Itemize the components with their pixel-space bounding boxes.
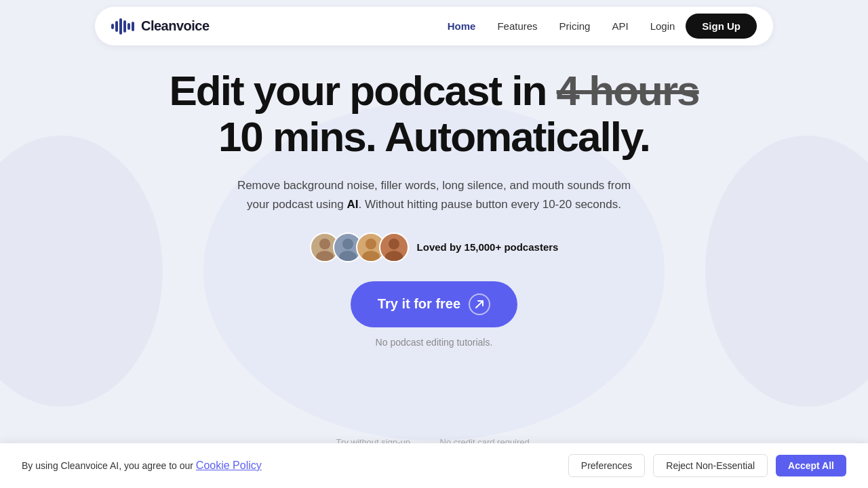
cookie-banner: By using Cleanvoice AI, you agree to our…	[0, 443, 868, 488]
cta-arrow-icon	[469, 293, 490, 315]
hero-section: Edit your podcast in 4 hours 10 mins. Au…	[0, 68, 868, 348]
svg-rect-2	[119, 18, 122, 35]
nav-actions: Login Sign Up	[650, 14, 757, 39]
hero-title-line2: 10 mins. Automatically.	[218, 113, 650, 160]
logo-text: Cleanvoice	[141, 18, 210, 34]
hero-ai-label: AI	[347, 198, 358, 211]
svg-rect-4	[127, 23, 130, 30]
hero-subtitle: Remove background noise, filler words, l…	[231, 176, 637, 213]
nav-features[interactable]: Features	[497, 20, 537, 32]
signup-button[interactable]: Sign Up	[686, 14, 757, 39]
nav-home[interactable]: Home	[448, 20, 476, 32]
social-proof-text: Loved by 15,000+ podcasters	[417, 241, 559, 253]
svg-point-9	[339, 251, 357, 261]
avatar-group	[310, 232, 409, 262]
social-proof: Loved by 15,000+ podcasters	[310, 232, 559, 262]
cta-label: Try it for free	[378, 296, 460, 312]
cookie-policy-link[interactable]: Cookie Policy	[196, 460, 262, 471]
logo: Cleanvoice	[111, 17, 210, 36]
login-button[interactable]: Login	[650, 20, 675, 32]
cookie-actions: Preferences Reject Non-Essential Accept …	[568, 454, 846, 477]
svg-rect-5	[132, 22, 134, 31]
logo-waveform	[111, 17, 136, 36]
svg-point-13	[385, 251, 403, 261]
svg-rect-0	[111, 24, 114, 29]
svg-point-12	[389, 239, 399, 249]
svg-point-11	[362, 251, 380, 261]
svg-point-10	[366, 239, 376, 249]
cookie-message: By using Cleanvoice AI, you agree to our	[22, 460, 196, 471]
nav-links: Home Features Pricing API	[448, 20, 629, 32]
accept-button[interactable]: Accept All	[776, 455, 846, 476]
svg-point-8	[342, 239, 353, 249]
logo-icon	[111, 17, 136, 36]
reject-button[interactable]: Reject Non-Essential	[653, 454, 768, 477]
hero-title: Edit your podcast in 4 hours 10 mins. Au…	[169, 68, 698, 160]
nav-api[interactable]: API	[612, 20, 628, 32]
preferences-button[interactable]: Preferences	[568, 454, 645, 477]
hero-strikethrough: 4 hours	[557, 67, 699, 114]
cookie-text: By using Cleanvoice AI, you agree to our…	[22, 460, 262, 472]
no-tutorial-text: No podcast editing tutorials.	[376, 337, 493, 348]
nav-pricing[interactable]: Pricing	[559, 20, 591, 32]
svg-rect-1	[115, 21, 118, 32]
svg-point-6	[319, 239, 330, 249]
svg-point-7	[316, 251, 334, 261]
avatar-4	[379, 232, 409, 262]
cta-button[interactable]: Try it for free	[351, 281, 517, 327]
navbar: Cleanvoice Home Features Pricing API Log…	[95, 7, 773, 45]
svg-rect-3	[123, 20, 126, 33]
